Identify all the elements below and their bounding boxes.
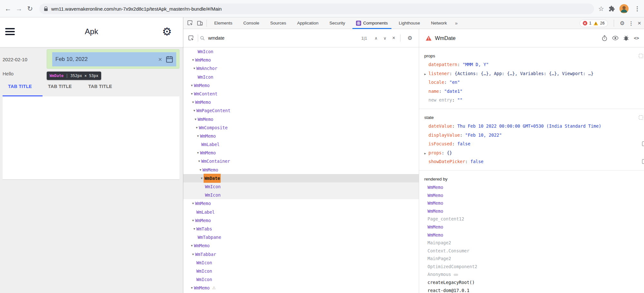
rendered-by-name[interactable]: WmMemo (428, 200, 443, 206)
pick-component-icon[interactable] (186, 34, 196, 43)
expander-arrow-icon[interactable]: ▼ (197, 157, 201, 165)
expander-arrow-icon[interactable]: ▼ (191, 216, 195, 225)
prop-value[interactable]: {} (447, 150, 452, 155)
prop-row-props[interactable]: ▶props: {} (424, 149, 644, 158)
tree-row-wmmemo[interactable]: ▼WmMemo (183, 166, 419, 174)
tree-row-wmmemo[interactable]: ▼WmMemo (183, 98, 419, 106)
tree-row-wmtabpane[interactable]: WmTabpane (183, 233, 419, 241)
expander-arrow-icon[interactable]: ▼ (196, 132, 200, 140)
inspect-element-icon[interactable] (185, 19, 195, 28)
url-text[interactable]: wm11.wavemakeronline.com/run-7x9x2d8c1p/… (51, 6, 222, 12)
tree-row-wmicon[interactable]: WmIcon (183, 267, 419, 275)
expander-arrow-icon[interactable]: ▼ (191, 199, 195, 208)
app-tab-3[interactable]: TAB TITLE (88, 84, 112, 89)
tree-row-wmmemo[interactable]: ▼WmMemo (183, 149, 419, 157)
tree-row-wmcontainer[interactable]: ▼WmContainer (183, 157, 419, 165)
expand-arrow-icon[interactable]: ▶ (424, 70, 428, 79)
tree-row-wmicon[interactable]: WmIcon (183, 191, 419, 199)
device-toolbar-icon[interactable] (195, 19, 205, 28)
expand-arrow-icon[interactable]: ▶ (424, 149, 428, 158)
code-icon[interactable]: <> (634, 35, 639, 41)
prop-value[interactable]: "Feb 10, 2022" (465, 132, 502, 138)
expander-arrow-icon[interactable]: ▼ (190, 81, 194, 90)
tree-row-wmmemo[interactable]: ▼WmMemo (183, 241, 419, 250)
components-settings-gear-icon[interactable]: ⚙ (408, 35, 412, 41)
eye-icon[interactable] (612, 36, 619, 40)
tree-row-wmmemo[interactable]: ▼WmMemo (183, 115, 419, 123)
bookmark-star-icon[interactable]: ☆ (598, 5, 604, 13)
devtools-tab-elements[interactable]: Elements (209, 17, 238, 29)
devtools-tab-sources[interactable]: Sources (265, 17, 292, 29)
prop-row-new-entry[interactable]: new entry: "" (424, 96, 644, 105)
copy-state-icon[interactable] (639, 115, 643, 120)
rendered-by-name[interactable]: WmMemo (428, 193, 443, 198)
issues-badge[interactable]: ✕ 1 26 (580, 20, 608, 27)
tree-row-wmmemo[interactable]: ▼WmMemo (183, 132, 419, 140)
tree-row-wmlabel[interactable]: WmLabel (183, 140, 419, 149)
expander-arrow-icon[interactable]: ▼ (195, 123, 199, 132)
copy-props-icon[interactable] (639, 54, 643, 58)
expander-arrow-icon[interactable]: ▼ (193, 115, 197, 123)
expander-arrow-icon[interactable]: ▼ (192, 225, 197, 233)
devtools-menu-icon[interactable]: ⋮ (629, 20, 634, 26)
tree-row-wmlabel[interactable]: WmLabel (183, 208, 419, 216)
devtools-tab-application[interactable]: Application (292, 17, 324, 29)
devtools-tab-security[interactable]: Security (324, 17, 351, 29)
devtools-tab-network[interactable]: Network (426, 17, 453, 29)
tree-row-wmmemo[interactable]: ▼WmMemo (183, 56, 419, 64)
tree-row-wmmemo[interactable]: ▼WmMemo (183, 81, 419, 90)
tree-row-wmicon[interactable]: WmIcon (183, 73, 419, 81)
value-checkbox[interactable] (642, 159, 644, 164)
prop-value[interactable]: "date1" (444, 89, 463, 94)
rendered-by-name[interactable]: WmMemo (428, 185, 443, 190)
prop-row-displayValue[interactable]: displayValue: "Feb 10, 2022" (424, 131, 644, 140)
tree-row-wmtabs[interactable]: ▼WmTabs (183, 225, 419, 233)
search-prev-icon[interactable]: ∧ (371, 36, 380, 41)
reload-icon[interactable]: ↻ (24, 3, 35, 14)
prop-value[interactable]: "MMM D, Y" (463, 62, 489, 67)
expander-arrow-icon[interactable]: ▼ (191, 98, 195, 106)
expander-arrow-icon[interactable]: ▼ (190, 90, 194, 98)
expander-arrow-icon[interactable]: ▼ (191, 56, 195, 64)
rendered-by-name[interactable]: WmMemo (428, 209, 443, 214)
expander-arrow-icon[interactable]: ▼ (192, 106, 197, 115)
expander-arrow-icon[interactable]: ▼ (196, 149, 200, 157)
prop-value[interactable]: "" (457, 97, 462, 103)
expander-arrow-icon[interactable]: ▼ (191, 250, 195, 259)
rendered-by-name[interactable]: WmMemo (428, 232, 443, 238)
rendered-by-name[interactable]: WmMemo (428, 224, 443, 230)
app-tab-1[interactable]: TAB TITLE (8, 84, 32, 89)
app-tab-2[interactable]: TAB TITLE (48, 84, 72, 89)
tree-row-wmicon[interactable]: WmIcon (183, 47, 419, 56)
expander-arrow-icon[interactable]: ▼ (192, 64, 197, 73)
profile-avatar[interactable] (620, 4, 629, 13)
tree-row-wmmemo[interactable]: ▼WmMemo (183, 199, 419, 208)
devtools-tab-console[interactable]: Console (238, 17, 265, 29)
prop-row-dateValue[interactable]: dateValue: Thu Feb 10 2022 00:00:00 GMT+… (424, 122, 644, 131)
search-clear-icon[interactable]: × (389, 35, 398, 41)
expander-arrow-icon[interactable]: ▼ (199, 174, 204, 182)
prop-value[interactable]: false (457, 141, 470, 146)
tree-row-wmmemo[interactable]: ▼WmMemo (183, 216, 419, 225)
settings-gear-icon[interactable]: ⚙ (162, 25, 172, 38)
tree-row-wmcontent[interactable]: ▼WmContent (183, 90, 419, 98)
extensions-puzzle-icon[interactable] (609, 5, 615, 12)
address-bar[interactable]: wm11.wavemakeronline.com/run-7x9x2d8c1p/… (39, 4, 594, 14)
forward-icon[interactable]: → (14, 3, 24, 14)
tree-row-wmcomposite[interactable]: ▼WmComposite (183, 123, 419, 132)
prop-row-locale[interactable]: locale: "en" (424, 78, 644, 87)
value-checkbox[interactable] (642, 142, 644, 146)
expander-arrow-icon[interactable]: ▼ (190, 241, 194, 250)
prop-row-datepattern[interactable]: datepattern: "MMM D, Y" (424, 60, 644, 69)
devtools-close-icon[interactable]: × (638, 20, 641, 27)
devtools-tab-components[interactable]: Components (351, 17, 393, 29)
calendar-icon[interactable] (165, 55, 174, 63)
bug-icon[interactable] (623, 35, 629, 41)
prop-row-isFocused[interactable]: isFocused: false (424, 140, 644, 149)
tree-row-wmanchor[interactable]: ▼WmAnchor (183, 64, 419, 73)
devtools-tab-lighthouse[interactable]: Lighthouse (393, 17, 426, 29)
prop-value[interactable]: false (470, 159, 484, 164)
clear-date-icon[interactable]: × (155, 56, 165, 63)
prop-row-name[interactable]: name: "date1" (424, 87, 644, 96)
tree-row-wmpagecontent[interactable]: ▼WmPageContent (183, 106, 419, 115)
